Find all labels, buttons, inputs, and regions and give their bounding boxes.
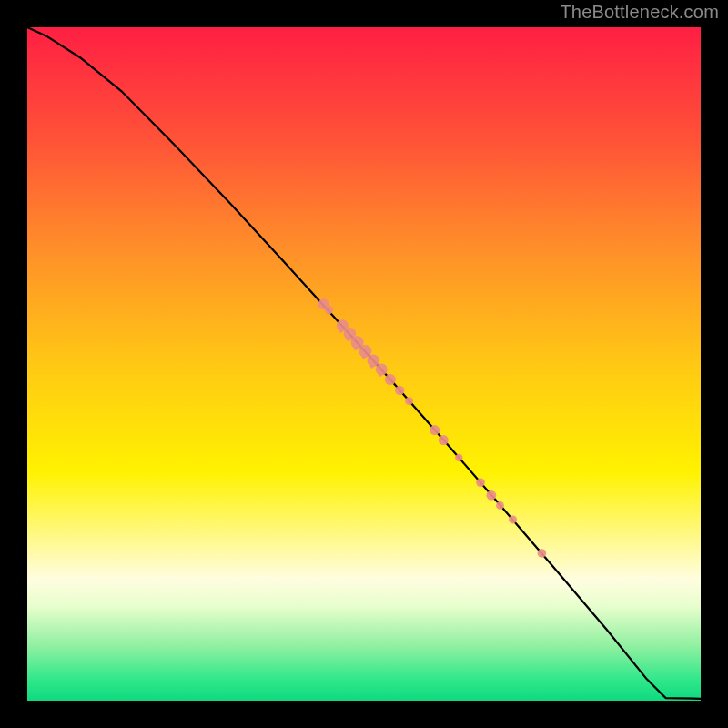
marker-drip [354, 347, 358, 350]
marker-dot [496, 501, 504, 510]
marker-dot [476, 478, 485, 487]
marker-drip [339, 329, 343, 333]
marker-dot [538, 549, 547, 558]
marker-dot [395, 386, 404, 395]
marker-drip [362, 356, 366, 359]
marker-dot [430, 425, 440, 435]
marker-dot [455, 454, 462, 461]
plot-area [27, 27, 701, 701]
marker-drip [347, 338, 350, 341]
watermark-text: TheBottleneck.com [560, 2, 719, 23]
marker-drip [370, 365, 374, 369]
marker-dot [439, 435, 449, 445]
marker-drip [379, 373, 382, 377]
marker-dot [405, 397, 413, 405]
marker-dot [486, 490, 496, 500]
chart-frame: TheBottleneck.com [0, 0, 728, 728]
marker-dot [325, 306, 333, 314]
bottleneck-chart [0, 0, 728, 728]
marker-dot [385, 374, 396, 385]
marker-dot [509, 515, 517, 523]
marker-dot [376, 363, 388, 375]
